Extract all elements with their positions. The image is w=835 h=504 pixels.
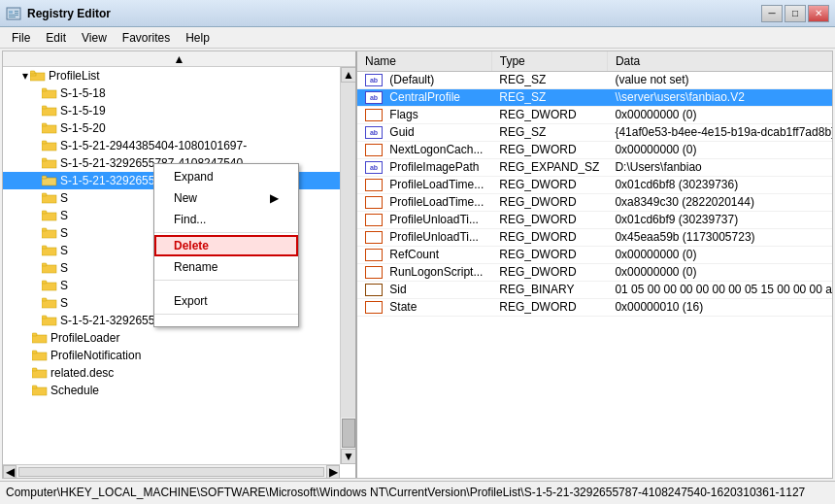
folder-icon bbox=[42, 210, 57, 221]
cell-name: ProfileLoadTime... bbox=[357, 176, 491, 193]
tree-label: S-1-5-18 bbox=[60, 86, 106, 100]
tree-hscrollbar[interactable]: ◀ ▶ bbox=[3, 464, 340, 478]
table-row[interactable]: ab Guid REG_SZ {41af0e53-b4ee-4e15-b19a-… bbox=[357, 123, 832, 141]
tree-item-s-1-5-18[interactable]: S-1-5-18 bbox=[3, 84, 355, 102]
table-row[interactable]: NextLogonCach... REG_DWORD 0x00000000 (0… bbox=[357, 141, 832, 158]
cell-data: 0x00000000 (0) bbox=[607, 263, 832, 281]
cell-type: REG_DWORD bbox=[491, 298, 607, 316]
cell-data: (value not set) bbox=[607, 71, 832, 88]
menu-bar: File Edit View Favorites Help bbox=[0, 27, 835, 49]
svg-rect-44 bbox=[32, 386, 37, 388]
tree-item-s-1-5-20[interactable]: S-1-5-20 bbox=[3, 119, 355, 137]
svg-rect-14 bbox=[42, 123, 47, 126]
ctx-copykey[interactable] bbox=[154, 317, 298, 324]
cell-name: State bbox=[357, 298, 491, 316]
svg-rect-20 bbox=[42, 176, 47, 179]
table-row[interactable]: ProfileUnloadTi... REG_DWORD 0x01cd6bf9 … bbox=[357, 211, 832, 228]
col-type: Type bbox=[491, 51, 607, 71]
ctx-permissions[interactable]: Export bbox=[154, 290, 298, 312]
hscroll-right[interactable]: ▶ bbox=[326, 465, 340, 479]
cell-name: RunLogonScript... bbox=[357, 263, 491, 281]
table-row[interactable]: Sid REG_BINARY 01 05 00 00 00 00 00 00 0… bbox=[357, 281, 832, 298]
vscroll-down[interactable]: ▼ bbox=[341, 449, 356, 464]
tree-item-profilenotification[interactable]: ProfileNotification bbox=[3, 347, 355, 364]
folder-icon bbox=[42, 245, 57, 256]
status-path: Computer\HKEY_LOCAL_MACHINE\SOFTWARE\Mic… bbox=[6, 486, 805, 499]
ctx-expand[interactable]: Expand bbox=[154, 166, 298, 187]
cell-type: REG_DWORD bbox=[491, 263, 607, 281]
title-left: Registry Editor bbox=[6, 6, 111, 21]
folder-icon bbox=[42, 227, 57, 239]
ctx-new[interactable]: New ▶ bbox=[154, 187, 298, 209]
svg-rect-2 bbox=[15, 11, 18, 12]
table-row[interactable]: RefCount REG_DWORD 0x00000000 (0) bbox=[357, 246, 832, 263]
table-row[interactable]: Flags REG_DWORD 0x00000000 (0) bbox=[357, 106, 832, 123]
table-row[interactable]: ab (Default) REG_SZ (value not set) bbox=[357, 71, 832, 88]
ctx-delete[interactable]: Delete bbox=[154, 235, 298, 256]
folder-icon bbox=[42, 122, 57, 134]
col-name: Name bbox=[357, 51, 491, 71]
vscroll-thumb[interactable] bbox=[342, 419, 355, 448]
maximize-button[interactable]: □ bbox=[785, 5, 806, 22]
folder-icon bbox=[42, 157, 57, 169]
table-row[interactable]: ab ProfileImagePath REG_EXPAND_SZ D:\Use… bbox=[357, 158, 832, 176]
cell-data: 0x01cd6bf8 (30239736) bbox=[607, 176, 832, 193]
cell-name: NextLogonCach... bbox=[357, 141, 491, 158]
data-panel: Name Type Data ab (Default) REG_SZ (valu… bbox=[357, 51, 832, 478]
tree-item-profilelist[interactable]: ▾ ProfileList bbox=[3, 67, 355, 84]
title-controls: ─ □ ✕ bbox=[761, 5, 829, 22]
menu-favorites[interactable]: Favorites bbox=[115, 29, 178, 47]
table-row[interactable]: RunLogonScript... REG_DWORD 0x00000000 (… bbox=[357, 263, 832, 281]
tree-scroll-up[interactable]: ▲ bbox=[3, 51, 355, 67]
tree-item-profileloader[interactable]: ProfileLoader bbox=[3, 329, 355, 347]
cell-name: RefCount bbox=[357, 246, 491, 263]
svg-rect-40 bbox=[32, 351, 37, 353]
cell-type: REG_BINARY bbox=[491, 281, 607, 298]
tree-label: S bbox=[60, 244, 68, 257]
hscroll-thumb[interactable] bbox=[18, 467, 324, 477]
svg-rect-10 bbox=[42, 88, 47, 91]
tree-item-s-1-5-19[interactable]: S-1-5-19 bbox=[3, 102, 355, 119]
cell-name: ab Guid bbox=[357, 123, 491, 141]
tree-vscrollbar[interactable]: ▲ ▼ bbox=[340, 67, 355, 464]
menu-view[interactable]: View bbox=[74, 29, 115, 47]
tree-label: related.desc bbox=[50, 366, 114, 380]
svg-rect-8 bbox=[30, 71, 35, 74]
minimize-button[interactable]: ─ bbox=[761, 5, 783, 22]
folder-icon bbox=[42, 262, 57, 274]
folder-icon bbox=[32, 385, 48, 396]
table-row[interactable]: State REG_DWORD 0x00000010 (16) bbox=[357, 298, 832, 316]
table-row[interactable]: ProfileLoadTime... REG_DWORD 0xa8349c30 … bbox=[357, 193, 832, 211]
menu-edit[interactable]: Edit bbox=[38, 29, 74, 47]
main-content: ▲ ▾ ProfileList S-1-5-18 S-1-5-19 S-1-5-… bbox=[0, 49, 835, 481]
close-button[interactable]: ✕ bbox=[808, 5, 829, 22]
svg-rect-30 bbox=[42, 263, 47, 266]
table-row[interactable]: ProfileUnloadTi... REG_DWORD 0x45eaa59b … bbox=[357, 228, 832, 246]
cell-name: ProfileUnloadTi... bbox=[357, 211, 491, 228]
menu-help[interactable]: Help bbox=[178, 29, 217, 47]
folder-icon bbox=[42, 105, 57, 117]
cell-type: REG_DWORD bbox=[491, 176, 607, 193]
ctx-find[interactable]: Find... bbox=[154, 209, 298, 230]
svg-rect-42 bbox=[32, 368, 37, 371]
cell-name: ProfileUnloadTi... bbox=[357, 228, 491, 246]
ctx-rename[interactable]: Rename bbox=[154, 256, 298, 278]
svg-rect-26 bbox=[42, 228, 47, 231]
tree-item-related[interactable]: related.desc bbox=[3, 364, 355, 382]
vscroll-up[interactable]: ▲ bbox=[341, 67, 356, 83]
hscroll-left[interactable]: ◀ bbox=[3, 465, 17, 479]
folder-icon bbox=[42, 280, 57, 291]
tree-label: S-1-5-19 bbox=[60, 104, 106, 118]
tree-item-s-2944[interactable]: S-1-5-21-2944385404-1080101697- bbox=[3, 137, 355, 154]
table-row[interactable]: ab CentralProfile REG_SZ \\server\users\… bbox=[357, 88, 832, 106]
folder-icon bbox=[32, 332, 48, 344]
ctx-permissions-label: Export bbox=[174, 294, 208, 308]
ctx-export[interactable] bbox=[154, 283, 298, 290]
cell-type: REG_EXPAND_SZ bbox=[491, 158, 607, 176]
tree-item-schedule[interactable]: Schedule bbox=[3, 382, 355, 399]
svg-rect-34 bbox=[42, 298, 47, 301]
table-row[interactable]: ProfileLoadTime... REG_DWORD 0x01cd6bf8 … bbox=[357, 176, 832, 193]
vscroll-track bbox=[341, 83, 355, 418]
menu-file[interactable]: File bbox=[4, 29, 38, 47]
cell-data: D:\Users\fanbiao bbox=[607, 158, 832, 176]
